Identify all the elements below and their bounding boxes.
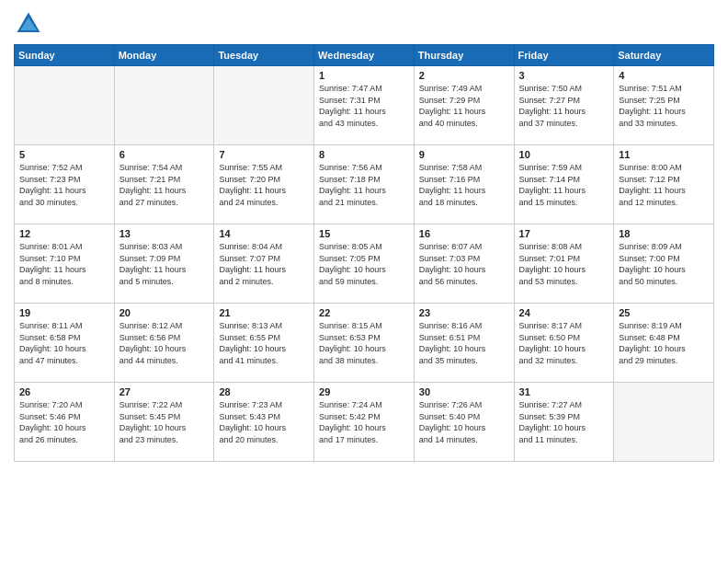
day-cell: 17Sunrise: 8:08 AM Sunset: 7:01 PM Dayli… [514,224,614,304]
day-info: Sunrise: 7:23 AM Sunset: 5:43 PM Dayligh… [219,399,309,445]
day-info: Sunrise: 7:26 AM Sunset: 5:40 PM Dayligh… [419,399,509,445]
day-number: 30 [419,386,509,397]
day-number: 11 [619,149,709,160]
day-cell: 27Sunrise: 7:22 AM Sunset: 5:45 PM Dayli… [114,383,214,462]
weekday-header-tuesday: Tuesday [214,45,314,66]
day-cell: 15Sunrise: 8:05 AM Sunset: 7:05 PM Dayli… [314,224,415,304]
day-number: 5 [19,149,109,160]
day-cell: 31Sunrise: 7:27 AM Sunset: 5:39 PM Dayli… [514,383,614,462]
day-cell: 10Sunrise: 7:59 AM Sunset: 7:14 PM Dayli… [514,145,614,224]
day-info: Sunrise: 8:00 AM Sunset: 7:12 PM Dayligh… [619,162,709,208]
page: SundayMondayTuesdayWednesdayThursdayFrid… [0,0,728,563]
day-number: 18 [619,228,709,239]
day-info: Sunrise: 7:47 AM Sunset: 7:31 PM Dayligh… [319,83,409,129]
day-cell: 14Sunrise: 8:04 AM Sunset: 7:07 PM Dayli… [214,224,314,304]
day-cell: 9Sunrise: 7:58 AM Sunset: 7:16 PM Daylig… [414,145,514,224]
day-info: Sunrise: 7:22 AM Sunset: 5:45 PM Dayligh… [119,399,210,445]
day-cell: 29Sunrise: 7:24 AM Sunset: 5:42 PM Dayli… [314,383,415,462]
day-cell: 22Sunrise: 8:15 AM Sunset: 6:53 PM Dayli… [314,304,415,383]
day-cell: 28Sunrise: 7:23 AM Sunset: 5:43 PM Dayli… [214,383,314,462]
day-number: 27 [119,386,210,397]
day-info: Sunrise: 7:52 AM Sunset: 7:23 PM Dayligh… [19,162,109,208]
day-info: Sunrise: 8:16 AM Sunset: 6:51 PM Dayligh… [419,320,509,366]
day-number: 4 [619,70,709,81]
day-cell: 11Sunrise: 8:00 AM Sunset: 7:12 PM Dayli… [614,145,714,224]
day-number: 16 [419,228,509,239]
day-number: 20 [119,307,210,318]
day-number: 29 [319,386,409,397]
weekday-header-saturday: Saturday [614,45,714,66]
day-number: 19 [19,307,109,318]
day-number: 25 [619,307,709,318]
day-info: Sunrise: 8:03 AM Sunset: 7:09 PM Dayligh… [119,241,210,287]
day-number: 3 [519,70,609,81]
day-number: 9 [419,149,509,160]
day-info: Sunrise: 7:54 AM Sunset: 7:21 PM Dayligh… [119,162,210,208]
day-number: 8 [319,149,409,160]
week-row-1: 1Sunrise: 7:47 AM Sunset: 7:31 PM Daylig… [15,66,714,145]
day-cell [114,66,214,145]
day-info: Sunrise: 7:58 AM Sunset: 7:16 PM Dayligh… [419,162,509,208]
day-info: Sunrise: 7:55 AM Sunset: 7:20 PM Dayligh… [219,162,309,208]
day-info: Sunrise: 7:20 AM Sunset: 5:46 PM Dayligh… [19,399,109,445]
day-cell: 2Sunrise: 7:49 AM Sunset: 7:29 PM Daylig… [414,66,514,145]
day-info: Sunrise: 7:51 AM Sunset: 7:25 PM Dayligh… [619,83,709,129]
week-row-2: 5Sunrise: 7:52 AM Sunset: 7:23 PM Daylig… [15,145,714,224]
day-number: 22 [319,307,409,318]
week-row-5: 26Sunrise: 7:20 AM Sunset: 5:46 PM Dayli… [15,383,714,462]
weekday-header-thursday: Thursday [414,45,514,66]
day-cell: 25Sunrise: 8:19 AM Sunset: 6:48 PM Dayli… [614,304,714,383]
logo [14,9,47,39]
day-number: 24 [519,307,609,318]
day-cell: 30Sunrise: 7:26 AM Sunset: 5:40 PM Dayli… [414,383,514,462]
day-cell: 19Sunrise: 8:11 AM Sunset: 6:58 PM Dayli… [15,304,115,383]
weekday-header-friday: Friday [514,45,614,66]
day-number: 23 [419,307,509,318]
calendar-table: SundayMondayTuesdayWednesdayThursdayFrid… [14,44,714,462]
day-cell: 21Sunrise: 8:13 AM Sunset: 6:55 PM Dayli… [214,304,314,383]
day-cell [15,66,115,145]
day-info: Sunrise: 8:07 AM Sunset: 7:03 PM Dayligh… [419,241,509,287]
day-cell: 26Sunrise: 7:20 AM Sunset: 5:46 PM Dayli… [15,383,115,462]
day-info: Sunrise: 8:19 AM Sunset: 6:48 PM Dayligh… [619,320,709,366]
weekday-header-wednesday: Wednesday [314,45,415,66]
day-cell: 12Sunrise: 8:01 AM Sunset: 7:10 PM Dayli… [15,224,115,304]
day-info: Sunrise: 7:24 AM Sunset: 5:42 PM Dayligh… [319,399,409,445]
day-number: 7 [219,149,309,160]
day-number: 21 [219,307,309,318]
day-info: Sunrise: 8:08 AM Sunset: 7:01 PM Dayligh… [519,241,609,287]
day-cell: 7Sunrise: 7:55 AM Sunset: 7:20 PM Daylig… [214,145,314,224]
day-number: 17 [519,228,609,239]
day-cell: 13Sunrise: 8:03 AM Sunset: 7:09 PM Dayli… [114,224,214,304]
day-info: Sunrise: 7:27 AM Sunset: 5:39 PM Dayligh… [519,399,609,445]
day-info: Sunrise: 8:05 AM Sunset: 7:05 PM Dayligh… [319,241,409,287]
day-number: 10 [519,149,609,160]
day-number: 12 [19,228,109,239]
day-cell: 6Sunrise: 7:54 AM Sunset: 7:21 PM Daylig… [114,145,214,224]
day-number: 26 [19,386,109,397]
day-info: Sunrise: 7:56 AM Sunset: 7:18 PM Dayligh… [319,162,409,208]
week-row-3: 12Sunrise: 8:01 AM Sunset: 7:10 PM Dayli… [15,224,714,304]
day-cell: 1Sunrise: 7:47 AM Sunset: 7:31 PM Daylig… [314,66,415,145]
day-number: 14 [219,228,309,239]
logo-icon [14,9,43,39]
day-info: Sunrise: 8:13 AM Sunset: 6:55 PM Dayligh… [219,320,309,366]
week-row-4: 19Sunrise: 8:11 AM Sunset: 6:58 PM Dayli… [15,304,714,383]
header [14,9,714,39]
day-number: 1 [319,70,409,81]
day-info: Sunrise: 7:50 AM Sunset: 7:27 PM Dayligh… [519,83,609,129]
day-cell [614,383,714,462]
day-cell: 3Sunrise: 7:50 AM Sunset: 7:27 PM Daylig… [514,66,614,145]
weekday-header-row: SundayMondayTuesdayWednesdayThursdayFrid… [15,45,714,66]
day-info: Sunrise: 8:15 AM Sunset: 6:53 PM Dayligh… [319,320,409,366]
day-cell: 4Sunrise: 7:51 AM Sunset: 7:25 PM Daylig… [614,66,714,145]
day-number: 15 [319,228,409,239]
day-info: Sunrise: 8:12 AM Sunset: 6:56 PM Dayligh… [119,320,210,366]
day-number: 31 [519,386,609,397]
day-number: 28 [219,386,309,397]
day-cell: 5Sunrise: 7:52 AM Sunset: 7:23 PM Daylig… [15,145,115,224]
day-info: Sunrise: 8:09 AM Sunset: 7:00 PM Dayligh… [619,241,709,287]
day-cell: 24Sunrise: 8:17 AM Sunset: 6:50 PM Dayli… [514,304,614,383]
day-info: Sunrise: 7:49 AM Sunset: 7:29 PM Dayligh… [419,83,509,129]
day-info: Sunrise: 7:59 AM Sunset: 7:14 PM Dayligh… [519,162,609,208]
